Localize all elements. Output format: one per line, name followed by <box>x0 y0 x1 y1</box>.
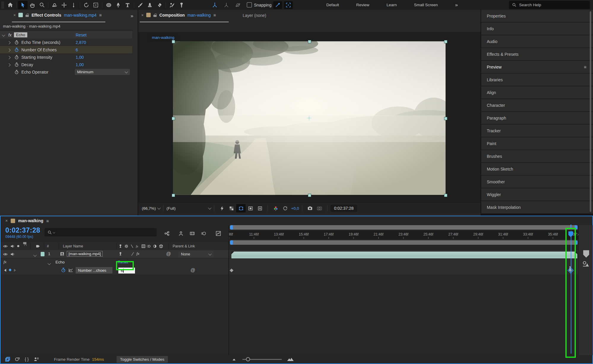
shy-layers-icon[interactable] <box>176 229 186 238</box>
panel-item-wiggler[interactable]: Wiggler <box>481 188 593 201</box>
panel-overflow-button[interactable]: » <box>131 13 133 19</box>
zoom-slider-knob[interactable] <box>246 357 250 361</box>
resolution-dropdown[interactable]: (Full) <box>166 206 211 211</box>
region-of-interest-icon[interactable] <box>246 204 255 212</box>
workspace-tab-learn[interactable]: Learn <box>387 3 397 7</box>
stopwatch-icon-active[interactable] <box>14 47 19 52</box>
orbit-camera-tool-icon[interactable] <box>50 1 59 9</box>
frame-blend-toggle-icon[interactable] <box>12 355 22 363</box>
time-ruler[interactable]: 9:46f 11:46f 13:46f 15:46f 17:46f 19:46f… <box>229 231 578 239</box>
shape-ellipse-tool-icon[interactable] <box>104 1 113 9</box>
property-value[interactable]: 1,00 <box>76 62 84 67</box>
panel-item-effects-presets[interactable]: Effects & Presets <box>481 48 593 61</box>
dolly-camera-tool-icon[interactable] <box>69 1 78 9</box>
property-row[interactable]: Number ...choes 6 @ <box>1 266 229 275</box>
layer-audio-icon[interactable] <box>10 252 15 257</box>
graph-editor-icon[interactable] <box>214 229 223 238</box>
panel-menu-icon[interactable]: ≡ <box>584 64 586 69</box>
property-value[interactable]: 6 <box>76 47 78 52</box>
chevron-down-icon[interactable] <box>2 33 5 36</box>
stopwatch-icon[interactable] <box>14 40 19 45</box>
work-area-start-handle[interactable] <box>230 240 233 245</box>
hand-tool-icon[interactable] <box>28 1 37 9</box>
panel-item-paragraph[interactable]: Paragraph <box>481 112 593 125</box>
panel-item-libraries[interactable]: Libraries <box>481 74 593 86</box>
puppet-pin-tool-icon[interactable] <box>177 1 186 9</box>
stopwatch-icon[interactable] <box>14 55 19 60</box>
property-row-echo-operator[interactable]: Echo Operator Minimum <box>0 68 132 76</box>
previous-keyframe-icon[interactable] <box>4 268 7 272</box>
roto-brush-tool-icon[interactable] <box>167 1 177 9</box>
selection-handle[interactable] <box>444 117 447 120</box>
layer-name-column-header[interactable]: Layer Name <box>63 244 83 248</box>
property-graph-icon[interactable] <box>68 268 73 273</box>
toggle-switches-modes-button[interactable]: Toggle Switches / Modes <box>117 356 168 363</box>
timeline-search-field[interactable] <box>44 228 157 236</box>
panel-item-mask-interpolation[interactable]: Mask Interpolation <box>481 201 593 214</box>
stopwatch-icon-active[interactable] <box>61 268 66 273</box>
pen-tool-icon[interactable] <box>113 1 123 9</box>
unlock-icon[interactable] <box>153 13 157 17</box>
home-icon[interactable] <box>5 1 15 9</box>
type-tool-icon[interactable] <box>123 1 132 9</box>
rotate-tool-icon[interactable] <box>82 1 91 9</box>
reset-exposure-icon[interactable] <box>280 204 290 212</box>
layer-anchor-point[interactable] <box>306 115 312 121</box>
close-icon[interactable]: × <box>141 13 144 18</box>
close-icon[interactable]: × <box>5 218 8 223</box>
workspace-overflow-button[interactable]: » <box>455 2 457 8</box>
effect-row[interactable]: fx Echo Reset <box>1 258 229 267</box>
zoom-out-mountain-icon[interactable] <box>232 357 238 361</box>
panel-menu-icon[interactable]: ≡ <box>213 12 216 18</box>
layer-expander[interactable] <box>34 253 36 257</box>
property-row-number-of-echoes[interactable]: Number Of Echoes 6 <box>0 46 132 53</box>
effect-reset-link[interactable]: Reset <box>76 33 87 37</box>
close-icon[interactable]: × <box>13 13 16 18</box>
selection-handle[interactable] <box>444 40 447 43</box>
property-value[interactable]: 2,870 <box>76 40 86 45</box>
parent-link-column-header[interactable]: Parent & Link <box>173 244 195 248</box>
zoom-in-mountain-icon[interactable] <box>287 357 295 362</box>
panel-menu-icon[interactable]: ≡ <box>46 218 49 223</box>
pan-camera-tool-icon[interactable] <box>59 1 69 9</box>
mini-flowchart-icon[interactable] <box>162 229 172 238</box>
view-axis-mode-icon[interactable] <box>233 1 243 9</box>
panel-item-smoother[interactable]: Smoother <box>481 176 593 188</box>
magnification-dropdown[interactable]: (66,7%) <box>142 206 160 211</box>
add-keyframe-icon[interactable] <box>8 268 12 272</box>
exposure-value[interactable]: +0,0 <box>291 206 299 211</box>
mask-visibility-icon[interactable] <box>236 204 246 212</box>
layer-viewer-tab[interactable]: Layer (none) <box>243 13 266 18</box>
selection-handle[interactable] <box>444 194 447 197</box>
author-comment-icon[interactable] <box>31 355 41 363</box>
property-row-decay[interactable]: Decay 1,00 <box>0 61 132 68</box>
channel-rgb-icon[interactable] <box>271 204 280 212</box>
world-axis-mode-icon[interactable] <box>222 1 231 9</box>
workspace-tab-review[interactable]: Review <box>356 3 369 7</box>
zoom-tool-icon[interactable] <box>37 1 47 9</box>
timeline-zoom-slider[interactable] <box>242 359 282 360</box>
comp-marker-bin-icon[interactable] <box>582 249 590 258</box>
panel-item-info[interactable]: Info <box>481 23 593 35</box>
panel-item-motion-sketch[interactable]: Motion Sketch <box>481 163 593 176</box>
layer-duration-bar[interactable] <box>231 252 577 258</box>
chevron-right-icon[interactable] <box>7 41 10 44</box>
panel-item-properties[interactable]: Properties <box>481 10 593 23</box>
camera-frame-tool-icon[interactable] <box>91 1 101 9</box>
brush-tool-icon[interactable] <box>136 1 145 9</box>
eraser-tool-icon[interactable] <box>155 1 164 9</box>
stopwatch-icon[interactable] <box>14 70 19 74</box>
property-name-chip[interactable]: Number ...choes <box>76 267 112 274</box>
search-help-field[interactable]: Search Help <box>509 1 590 9</box>
right-panel-scrollbar[interactable] <box>590 11 591 212</box>
panel-menu-icon[interactable]: ≡ <box>99 12 102 18</box>
panel-item-tracker[interactable]: Tracker <box>481 125 593 137</box>
selection-handle[interactable] <box>172 194 175 197</box>
selection-handle[interactable] <box>172 40 175 43</box>
current-timecode[interactable]: 0:02:37:28 <box>5 226 40 234</box>
brackets-icon[interactable]: { } <box>22 355 31 363</box>
selection-handle[interactable] <box>308 194 311 197</box>
selection-handle[interactable] <box>308 40 311 43</box>
property-row-starting-intensity[interactable]: Starting Intensity 1,00 <box>0 53 132 61</box>
toolbar-grip[interactable] <box>1 1 4 9</box>
